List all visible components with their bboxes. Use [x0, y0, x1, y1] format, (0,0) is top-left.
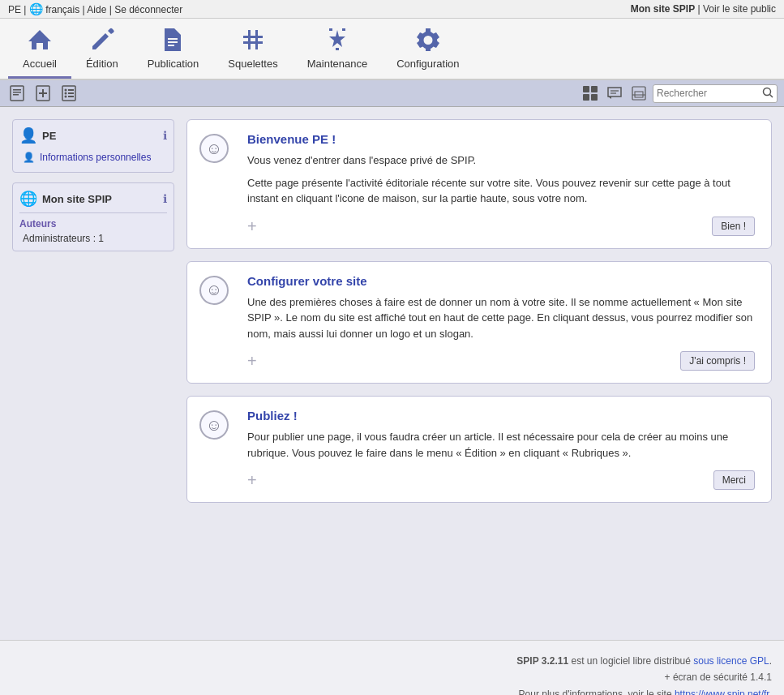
card-publiez-btn[interactable]: Merci [713, 470, 755, 490]
svg-rect-20 [68, 96, 74, 97]
sidebar-user-name: PE [42, 130, 56, 142]
svg-rect-3 [243, 41, 263, 44]
nav-accueil-label: Accueil [23, 58, 57, 70]
card-publiez-plus[interactable]: + [247, 471, 257, 490]
card-bienvenue-btn[interactable]: Bien ! [712, 217, 755, 236]
config-icon [413, 25, 443, 54]
card-bienvenue-text: Vous venez d'entrer dans l'espace privé … [247, 152, 755, 207]
card-bienvenue-plus[interactable]: + [247, 217, 257, 236]
topbar-site-name: Mon site SPIP [631, 3, 695, 15]
nav-edition-label: Édition [86, 58, 118, 70]
nav-publication[interactable]: Publication [133, 19, 214, 79]
card-bienvenue-title: Bienvenue PE ! [247, 132, 755, 146]
tb2-view1-icon[interactable] [580, 83, 601, 104]
svg-rect-18 [68, 92, 74, 94]
sidebar-divider [19, 212, 167, 213]
hash-icon [238, 25, 268, 54]
content: ☺ Bienvenue PE ! Vous venez d'entrer dan… [186, 119, 772, 628]
svg-rect-10 [13, 94, 19, 96]
card-bienvenue-body: Bienvenue PE ! Vous venez d'entrer dans … [247, 132, 755, 236]
svg-rect-13 [39, 92, 47, 94]
topbar-left: PE | 🌐 français | Aide | Se déconnecter [8, 2, 182, 15]
sidebar-site-box: 🌐 Mon site SPIP ℹ Auteurs Administrateur… [12, 182, 174, 251]
card-bienvenue: ☺ Bienvenue PE ! Vous venez d'entrer dan… [186, 119, 772, 249]
home-icon [25, 25, 54, 54]
footer-spip-url-link[interactable]: https://www.spip.net/fr [675, 689, 769, 695]
footer-line1-post: . [769, 655, 772, 667]
user-icon: 👤 [19, 127, 37, 144]
maintenance-icon [323, 25, 352, 54]
card-configurer: ☺ Configurer votre site Une des première… [186, 261, 772, 384]
topbar-disconnect-link[interactable]: Se déconnecter [114, 4, 182, 15]
tb2-messages-icon[interactable] [604, 83, 625, 104]
svg-rect-16 [68, 89, 74, 91]
navbar: Accueil Édition Publication Squelettes [0, 19, 784, 80]
nav-squelettes[interactable]: Squelettes [213, 19, 292, 79]
topbar-lang-link[interactable]: français [45, 4, 79, 15]
tb2-add-icon[interactable] [32, 83, 54, 104]
topbar-pe-link[interactable]: PE [8, 4, 21, 15]
svg-rect-8 [13, 89, 21, 91]
tb2-articles-icon[interactable] [6, 83, 28, 104]
nav-maintenance-label: Maintenance [307, 58, 367, 70]
sidebar-user-header: 👤 PE ℹ [19, 127, 167, 144]
topbar-voir-link[interactable]: Voir le site public [703, 3, 776, 15]
toolbar2 [0, 80, 784, 107]
footer-line3: Pour plus d'informations, voir le site h… [12, 686, 772, 695]
svg-rect-5 [329, 28, 332, 31]
topbar: PE | 🌐 français | Aide | Se déconnecter … [0, 0, 784, 19]
card-configurer-icon: ☺ [199, 274, 235, 310]
card-configurer-footer: + J'ai compris ! [247, 351, 755, 371]
card-configurer-btn[interactable]: J'ai compris ! [680, 351, 755, 371]
nav-edition[interactable]: Édition [71, 19, 133, 79]
footer-gpl-link[interactable]: sous licence GPL [693, 655, 769, 667]
svg-rect-2 [243, 36, 263, 38]
nav-configuration[interactable]: Configuration [382, 19, 473, 79]
card-configurer-title: Configurer votre site [247, 274, 755, 288]
svg-point-17 [65, 92, 67, 95]
card-configurer-text: Une des premières choses à faire est de … [247, 294, 755, 342]
svg-rect-24 [591, 94, 598, 101]
svg-line-31 [770, 94, 773, 97]
svg-rect-9 [13, 92, 21, 93]
nav-accueil[interactable]: Accueil [8, 19, 71, 79]
topbar-aide-link[interactable]: Aide [87, 4, 106, 15]
search-button[interactable] [762, 87, 773, 101]
sidebar-authors-value: Administrateurs : 1 [23, 233, 167, 244]
user-link-icon: 👤 [23, 152, 35, 163]
smiley-icon3: ☺ [199, 410, 229, 440]
svg-rect-23 [583, 94, 589, 101]
topbar-lang-icon: 🌐 [29, 2, 43, 15]
svg-rect-7 [11, 86, 24, 101]
card-configurer-text1: Une des premières choses à faire est de … [247, 294, 755, 342]
nav-maintenance[interactable]: Maintenance [293, 19, 382, 79]
svg-point-19 [65, 96, 67, 98]
svg-rect-6 [342, 28, 345, 31]
user-link-label: Informations personnelles [40, 152, 151, 163]
user-info-icon[interactable]: ℹ [163, 129, 167, 142]
card-bienvenue-footer: + Bien ! [247, 217, 755, 236]
smiley-icon: ☺ [199, 134, 229, 163]
sidebar-authors-label: Auteurs [19, 218, 167, 230]
sidebar-user-perso-link[interactable]: 👤 Informations personnelles [19, 149, 167, 165]
edit-icon [88, 25, 117, 54]
card-configurer-plus[interactable]: + [247, 352, 257, 371]
sidebar-user-box: 👤 PE ℹ 👤 Informations personnelles [12, 119, 174, 173]
search-box[interactable] [653, 84, 778, 103]
card-publiez-text: Pour publier une page, il vous faudra cr… [247, 429, 755, 461]
smiley-icon2: ☺ [199, 276, 229, 305]
svg-point-15 [65, 89, 67, 92]
tb2-stats-icon[interactable] [628, 83, 649, 104]
svg-rect-21 [583, 86, 589, 92]
site-info-icon[interactable]: ℹ [163, 192, 167, 205]
card-configurer-body: Configurer votre site Une des premières … [247, 274, 755, 371]
search-input[interactable] [657, 88, 762, 99]
card-publiez-title: Publiez ! [247, 409, 755, 423]
sidebar: 👤 PE ℹ 👤 Informations personnelles 🌐 Mon… [12, 119, 174, 628]
main: 👤 PE ℹ 👤 Informations personnelles 🌐 Mon… [0, 107, 784, 640]
tb2-list-icon[interactable] [58, 83, 79, 104]
footer-line2: + écran de sécurité 1.4.1 [12, 669, 772, 685]
nav-publication-label: Publication [148, 58, 199, 70]
card-bienvenue-text1: Vous venez d'entrer dans l'espace privé … [247, 152, 755, 169]
svg-rect-22 [591, 86, 598, 92]
